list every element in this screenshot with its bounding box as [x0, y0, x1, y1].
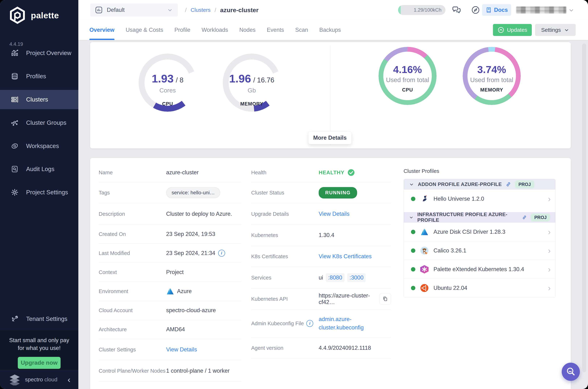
view-k8s-certificates-link[interactable]: View K8s Certificates [319, 253, 372, 260]
detail-row-tags: Tags service: hello-uni… [99, 182, 241, 203]
detail-label: Architecture [99, 326, 166, 332]
link-icon [505, 181, 511, 187]
sidebar-item-audit-logs[interactable]: Audit Logs [0, 160, 78, 179]
memory-gauge-label: MEMORY [223, 101, 281, 107]
chevron-down-icon [409, 215, 414, 220]
detail-label: Context [99, 269, 166, 275]
copy-button[interactable] [380, 293, 391, 305]
detail-row-name: Name azure-cluster [99, 163, 241, 182]
detail-value: 23 Sep 2024, 19:53 [166, 231, 215, 237]
detail-label: Health [251, 170, 319, 176]
service-port-link[interactable]: :8080 [326, 273, 344, 282]
profile-item-hello-universe[interactable]: Hello Universe 1.2.0 › [404, 190, 555, 208]
brand-primary: spectro [25, 376, 43, 383]
tab-events[interactable]: Events [267, 20, 284, 40]
collapse-sidebar-icon[interactable]: ‹ [68, 375, 70, 384]
tools-icon [11, 315, 19, 323]
upgrade-promo: Start small and only pay for what you us… [0, 330, 78, 370]
more-details-button[interactable]: More Details [308, 131, 352, 144]
kubeconfig-link[interactable]: admin.azure- cluster.kubeconfig [319, 315, 364, 332]
cpu-donut: 4.16% Used from total CPU [379, 47, 437, 105]
spectro-cloud-logo [8, 374, 21, 385]
detail-value: 1 control-plane / 1 worker [166, 368, 230, 374]
breadcrumb-separator: / [185, 7, 187, 13]
upgrade-now-button[interactable]: Upgrade now [18, 357, 60, 369]
detail-value: azure-cluster [166, 169, 198, 176]
docs-button[interactable]: Docs [482, 4, 511, 16]
detail-row-context: Context Project [99, 263, 241, 282]
profile-item-azure-disk[interactable]: Azure Disk CSI Driver 1.28.3 › [404, 223, 555, 241]
profile-item-palette-kubernetes[interactable]: Palette eXtended Kubernetes 1.30.4 › [404, 260, 555, 279]
sidebar-item-profiles[interactable]: Profiles [0, 67, 78, 86]
profile-item-name: Calico 3.26.1 [433, 247, 466, 254]
tab-backups[interactable]: Backups [319, 20, 341, 40]
memory-percent-caption: Used from total [463, 76, 521, 84]
tab-profile[interactable]: Profile [174, 20, 191, 40]
tab-workloads[interactable]: Workloads [202, 20, 228, 40]
cpu-used-value: 1.93 [152, 72, 174, 85]
sidebar-item-clusters[interactable]: Clusters [0, 90, 78, 109]
view-details-link[interactable]: View Details [166, 346, 197, 353]
profile-item-name: Hello Universe 1.2.0 [433, 195, 484, 202]
card-divider [330, 45, 331, 146]
app-window: palette 4.4.19 Project Overview Profiles… [0, 0, 588, 389]
updates-button[interactable]: Updates [493, 24, 532, 36]
sidebar-item-project-overview[interactable]: Project Overview [0, 43, 78, 63]
tab-usage-costs[interactable]: Usage & Costs [126, 20, 163, 40]
info-icon[interactable]: i [218, 250, 225, 257]
sidebar-item-label: Tenant Settings [26, 316, 67, 322]
detail-row-nodes: Control Plane/Worker Nodes 1 control-pla… [99, 360, 241, 382]
project-selector[interactable]: Default [90, 3, 178, 17]
project-selector-value: Default [107, 7, 125, 13]
cluster-details-card: Name azure-cluster Tags service: hello-u… [90, 158, 571, 389]
cpu-gauge: 1.93/ 8 Cores CPU [139, 54, 196, 112]
usage-summary-card: 1.93/ 8 Cores CPU 1.96/ 16.76 Gb MEMORY … [90, 42, 571, 148]
infrastructure-profile-header[interactable]: INFRASTRUCTURE PROFILE AZURE-PROFILE PRO… [404, 212, 555, 223]
search-fab-button[interactable] [562, 363, 580, 381]
profile-item-calico[interactable]: Calico 3.26.1 › [404, 241, 555, 260]
sidebar-item-tenant-settings[interactable]: Tenant Settings [0, 309, 78, 328]
upgrade-details-link[interactable]: View Details [319, 211, 349, 217]
detail-row-kubernetes-api: Kubernetes API https://azure-cluster-cf4… [251, 288, 391, 310]
proj-badge: PROJ [531, 213, 550, 222]
audit-doc-icon [11, 165, 19, 173]
cluster-tabs-bar: Overview Usage & Costs Profile Workloads… [78, 20, 588, 40]
profile-item-name: Azure Disk CSI Driver 1.28.3 [433, 229, 505, 235]
chevron-down-icon [167, 7, 173, 13]
sidebar-item-workspaces[interactable]: Workspaces [0, 136, 78, 156]
usage-meter-progress [398, 5, 401, 15]
tab-overview[interactable]: Overview [89, 20, 114, 40]
sidebar-item-label: Audit Logs [26, 166, 55, 172]
detail-label: Control Plane/Worker Nodes [99, 368, 166, 374]
usage-meter-value: 1.29/100kCh [401, 7, 446, 13]
tag-pill[interactable]: service: hello-uni… [166, 187, 220, 198]
scrollbar[interactable] [582, 44, 586, 372]
server-icon [11, 96, 19, 103]
status-dot [411, 197, 415, 201]
addon-profile-header[interactable]: ADDON PROFILE AZURE-PROFILE PROJ [404, 179, 555, 190]
breadcrumb-clusters-link[interactable]: Clusters [191, 7, 211, 13]
service-port-link[interactable]: :3000 [347, 273, 366, 282]
detail-label: Kubernetes [251, 232, 319, 238]
detail-row-agent-version: Agent version 4.4.9/20240912.1118 [251, 337, 391, 359]
info-icon[interactable]: i [306, 320, 313, 327]
detail-row-cluster-settings: Cluster Settings View Details [99, 339, 241, 360]
topbar: Default / Clusters / azure-cluster 1.29/… [78, 0, 588, 20]
sidebar-item-cluster-groups[interactable]: Cluster Groups [0, 113, 78, 132]
sidebar-item-project-settings[interactable]: Project Settings [0, 183, 78, 202]
profile-item-ubuntu[interactable]: Ubuntu 22.04 › [404, 279, 555, 297]
health-status: HEALTHY [319, 170, 344, 176]
cluster-profiles-heading: Cluster Profiles [404, 168, 556, 174]
explore-button[interactable] [470, 4, 481, 15]
feedback-button[interactable] [451, 4, 462, 15]
detail-label: Cluster Status [251, 190, 319, 196]
tab-nodes[interactable]: Nodes [239, 20, 255, 40]
chevron-right-icon: › [548, 284, 551, 292]
user-name-redacted[interactable] [516, 6, 566, 13]
user-menu-chevron-icon[interactable] [568, 7, 575, 13]
detail-row-last-modified: Last Modified 23 Sep 2024, 21:34i [99, 244, 241, 263]
cpu-percent-caption: Used from total [379, 76, 437, 84]
chevron-down-icon [409, 182, 414, 187]
tab-scan[interactable]: Scan [295, 20, 308, 40]
settings-button[interactable]: Settings [535, 24, 576, 36]
